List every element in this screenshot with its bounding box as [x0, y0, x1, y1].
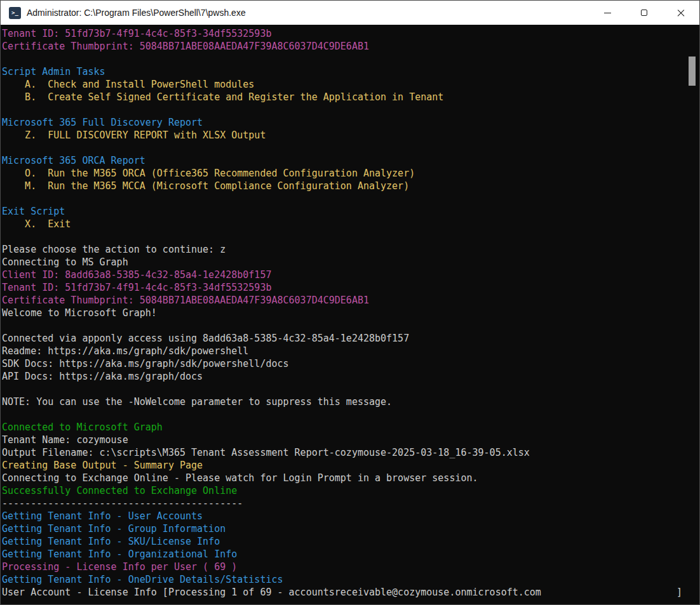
terminal-line	[2, 319, 685, 332]
terminal-line-text: Tenant Name: cozymouse	[2, 434, 128, 446]
terminal-line: Microsoft 365 Full Discovery Report	[2, 116, 685, 129]
terminal-line: O. Run the M365 ORCA (Office365 Recommen…	[2, 167, 685, 180]
terminal-line: Script Admin Tasks	[2, 65, 685, 78]
terminal-line-text: Script Admin Tasks	[2, 66, 105, 77]
terminal-line-text: Readme: https://aka.ms/graph/sdk/powersh…	[2, 345, 248, 357]
terminal-line: Readme: https://aka.ms/graph/sdk/powersh…	[2, 345, 685, 357]
terminal-line-text: Output Filename: c:\scripts\M365 Tenant …	[2, 447, 530, 458]
minimize-icon	[604, 13, 611, 13]
progress-bracket: ]	[676, 586, 682, 599]
terminal-line: M. Run the M365 MCCA (Microsoft Complian…	[2, 180, 685, 192]
terminal-line: Welcome to Microsoft Graph!	[2, 307, 685, 319]
terminal-line: Please choose the action to continue: z	[2, 243, 685, 256]
terminal-line: Successfully Connected to Exchange Onlin…	[2, 484, 685, 497]
close-button[interactable]	[663, 1, 699, 25]
terminal-line: Certificate Thumbprint: 5084BB71ABE08AAE…	[2, 294, 685, 307]
terminal-line-text: Successfully Connected to Exchange Onlin…	[2, 485, 237, 496]
terminal-line-text: Getting Tenant Info - Organizational Inf…	[2, 548, 237, 560]
terminal-area: Tenant ID: 51fd73b7-4f91-4c4c-85f3-34df5…	[1, 25, 699, 604]
scrollbar-track[interactable]	[685, 25, 699, 604]
maximize-icon	[641, 10, 647, 16]
terminal-line-text: Microsoft 365 Full Discovery Report	[2, 117, 203, 128]
terminal-line-text: Z. FULL DISCOVERY REPORT with XLSX Outpu…	[2, 130, 266, 141]
terminal-line: Getting Tenant Info - OneDrive Details/S…	[2, 573, 685, 586]
scrollbar-thumb[interactable]	[689, 57, 696, 86]
terminal-line-text: Connected to Microsoft Graph	[2, 422, 163, 433]
window-title: Administrator: C:\Program Files\PowerShe…	[27, 8, 246, 18]
terminal-line-text: Creating Base Output - Summary Page	[2, 460, 203, 471]
close-icon	[676, 8, 685, 17]
terminal-line	[2, 383, 685, 396]
terminal-line-text: Getting Tenant Info - User Accounts	[2, 510, 203, 522]
terminal-line-text: Getting Tenant Info - SKU/License Info	[2, 536, 220, 547]
terminal-line: Getting Tenant Info - User Accounts	[2, 510, 685, 522]
terminal-line	[2, 408, 685, 421]
powershell-icon: >_	[9, 7, 21, 19]
terminal-line: Connected via apponly access using 8add6…	[2, 332, 685, 345]
terminal-line: B. Create Self Signed Certificate and Re…	[2, 91, 685, 103]
terminal-line-text: Tenant ID: 51fd73b7-4f91-4c4c-85f3-34df5…	[2, 282, 271, 293]
terminal-line: Output Filename: c:\scripts\M365 Tenant …	[2, 446, 685, 459]
terminal-line-text: B. Create Self Signed Certificate and Re…	[2, 91, 443, 103]
terminal-line-text: NOTE: You can use the -NoWelcome paramet…	[2, 396, 392, 408]
terminal-line-text: M. Run the M365 MCCA (Microsoft Complian…	[2, 180, 409, 192]
terminal-line: SDK Docs: https://aka.ms/graph/sdk/power…	[2, 357, 685, 370]
terminal-line: Tenant Name: cozymouse	[2, 434, 685, 446]
terminal-line: Processing - License Info per User ( 69 …	[2, 561, 685, 573]
terminal-line-text: Connecting to MS Graph	[2, 256, 128, 268]
terminal-line-text: Exit Script	[2, 206, 65, 217]
terminal-line-text: Certificate Thumbprint: 5084BB71ABE08AAE…	[2, 41, 369, 52]
terminal-line: Creating Base Output - Summary Page	[2, 459, 685, 472]
terminal-line-text: ----------------------------------------…	[2, 498, 243, 509]
terminal-line: Getting Tenant Info - SKU/License Info	[2, 535, 685, 548]
terminal-line: ----------------------------------------…	[2, 497, 685, 510]
terminal-line: Tenant ID: 51fd73b7-4f91-4c4c-85f3-34df5…	[2, 281, 685, 294]
terminal-line-text: SDK Docs: https://aka.ms/graph/sdk/power…	[2, 358, 289, 369]
terminal-line: X. Exit	[2, 218, 685, 230]
terminal-line-text: Welcome to Microsoft Graph!	[2, 307, 157, 319]
terminal-line-text: User Account - License Info [Processing …	[2, 587, 541, 598]
terminal-line	[2, 192, 685, 205]
terminal-window: >_ Administrator: C:\Program Files\Power…	[0, 0, 700, 605]
terminal-line: Exit Script	[2, 205, 685, 218]
terminal-line-text: Client ID: 8add63a8-5385-4c32-85a4-1e242…	[2, 269, 271, 281]
terminal-line-text: Connecting to Exchange Online - Please w…	[2, 472, 478, 484]
terminal-line	[2, 230, 685, 243]
terminal-line-text: A. Check and Install PowerShell modules	[2, 79, 254, 90]
terminal-line-text: API Docs: https://aka.ms/graph/docs	[2, 371, 203, 382]
terminal-line-text: Certificate Thumbprint: 5084BB71ABE08AAE…	[2, 295, 369, 306]
terminal-line-text: Processing - License Info per User ( 69 …	[2, 561, 237, 573]
terminal-line: Tenant ID: 51fd73b7-4f91-4c4c-85f3-34df5…	[2, 27, 685, 40]
terminal-line: Certificate Thumbprint: 5084BB71ABE08AAE…	[2, 40, 685, 53]
terminal-line-text: Getting Tenant Info - OneDrive Details/S…	[2, 574, 283, 585]
terminal-output[interactable]: Tenant ID: 51fd73b7-4f91-4c4c-85f3-34df5…	[1, 25, 685, 604]
terminal-line-text: Getting Tenant Info - Group Information	[2, 523, 225, 535]
terminal-line: Microsoft 365 ORCA Report	[2, 154, 685, 167]
terminal-line-text: Please choose the action to continue: z	[2, 244, 225, 255]
terminal-line: Connected to Microsoft Graph	[2, 421, 685, 434]
terminal-line-text: Connected via apponly access using 8add6…	[2, 333, 409, 344]
terminal-line-text: Microsoft 365 ORCA Report	[2, 155, 145, 166]
terminal-line: NOTE: You can use the -NoWelcome paramet…	[2, 396, 685, 408]
terminal-line: Getting Tenant Info - Organizational Inf…	[2, 548, 685, 561]
terminal-line	[2, 103, 685, 116]
terminal-line-text: X. Exit	[2, 218, 71, 230]
terminal-line: Client ID: 8add63a8-5385-4c32-85a4-1e242…	[2, 269, 685, 281]
title-bar[interactable]: >_ Administrator: C:\Program Files\Power…	[1, 1, 699, 25]
terminal-line	[2, 53, 685, 65]
terminal-line: A. Check and Install PowerShell modules	[2, 78, 685, 91]
terminal-line-text: O. Run the M365 ORCA (Office365 Recommen…	[2, 168, 415, 179]
terminal-line: Connecting to Exchange Online - Please w…	[2, 472, 685, 484]
window-controls	[589, 1, 699, 25]
terminal-line-text: Tenant ID: 51fd73b7-4f91-4c4c-85f3-34df5…	[2, 28, 271, 39]
terminal-line: Z. FULL DISCOVERY REPORT with XLSX Outpu…	[2, 129, 685, 142]
terminal-line: Getting Tenant Info - Group Information	[2, 522, 685, 535]
terminal-line: API Docs: https://aka.ms/graph/docs	[2, 370, 685, 383]
minimize-button[interactable]	[589, 1, 626, 25]
terminal-line	[2, 142, 685, 154]
terminal-line: Connecting to MS Graph	[2, 256, 685, 269]
maximize-button[interactable]	[626, 1, 663, 25]
terminal-line: User Account - License Info [Processing …	[2, 586, 685, 599]
